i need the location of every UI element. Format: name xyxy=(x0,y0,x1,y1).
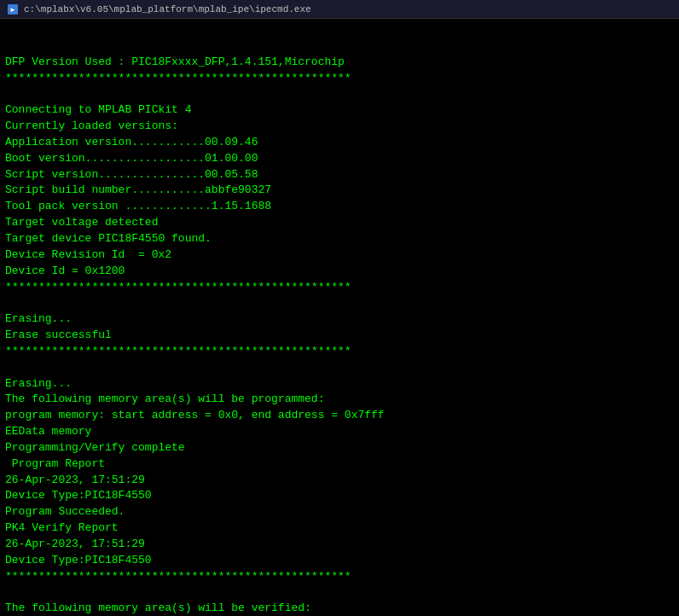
terminal-line: EEData memory xyxy=(5,424,674,440)
terminal-line: Erasing... xyxy=(5,311,674,328)
terminal-line: The following memory area(s) will be pro… xyxy=(5,392,674,408)
terminal-line: 26-Apr-2023, 17:51:29 xyxy=(5,473,674,489)
terminal-line: Programming/Verify complete xyxy=(5,440,674,456)
terminal-line: 26-Apr-2023, 17:51:29 xyxy=(5,537,674,553)
svg-text:►: ► xyxy=(9,6,16,14)
terminal-line: Connecting to MPLAB PICkit 4 xyxy=(5,102,674,119)
terminal-line: PK4 Verify Report xyxy=(5,520,674,537)
terminal-line: Erase successful xyxy=(5,328,674,344)
app-icon: ► xyxy=(7,3,19,15)
terminal-line: Tool pack version .............1.15.1688 xyxy=(5,199,674,215)
terminal-line: Application version...........00.09.46 xyxy=(5,135,674,151)
terminal-line: ****************************************… xyxy=(5,569,674,585)
terminal-line: Target voltage detected xyxy=(5,215,674,231)
terminal-line: The following memory area(s) will be ver… xyxy=(5,601,674,616)
terminal-line: Program Succeeded. xyxy=(5,504,674,520)
terminal-line: program memory: start address = 0x0, end… xyxy=(5,408,674,424)
terminal-line xyxy=(5,86,674,102)
terminal-line: Device Type:PIC18F4550 xyxy=(5,553,674,569)
terminal-line: Device Id = 0x1200 xyxy=(5,264,674,280)
terminal-line: Program Report xyxy=(5,456,674,473)
terminal-line: Boot version..................01.00.00 xyxy=(5,151,674,167)
title-bar: ► c:\mplabx\v6.05\mplab_platform\mplab_i… xyxy=(0,0,679,19)
terminal-line: Device Type:PIC18F4550 xyxy=(5,488,674,504)
terminal-line xyxy=(5,360,674,376)
terminal-line: Device Revision Id = 0x2 xyxy=(5,247,674,264)
terminal-line xyxy=(5,585,674,601)
terminal-line: Erasing... xyxy=(5,376,674,392)
terminal-line: Target device PIC18F4550 found. xyxy=(5,231,674,247)
terminal-line: ****************************************… xyxy=(5,344,674,360)
terminal-line: Script version................00.05.58 xyxy=(5,167,674,183)
terminal-line: ****************************************… xyxy=(5,280,674,296)
terminal-line xyxy=(5,295,674,311)
terminal-line: DFP Version Used : PIC18Fxxxx_DFP,1.4.15… xyxy=(5,55,674,71)
terminal-line: Currently loaded versions: xyxy=(5,119,674,135)
terminal-line: Script build number...........abbfe90327 xyxy=(5,183,674,199)
terminal-line: ****************************************… xyxy=(5,71,674,87)
terminal-output: DFP Version Used : PIC18Fxxxx_DFP,1.4.15… xyxy=(5,55,674,616)
title-bar-path: c:\mplabx\v6.05\mplab_platform\mplab_ipe… xyxy=(24,4,311,15)
terminal-body: DFP Version Used : PIC18Fxxxx_DFP,1.4.15… xyxy=(0,19,679,616)
